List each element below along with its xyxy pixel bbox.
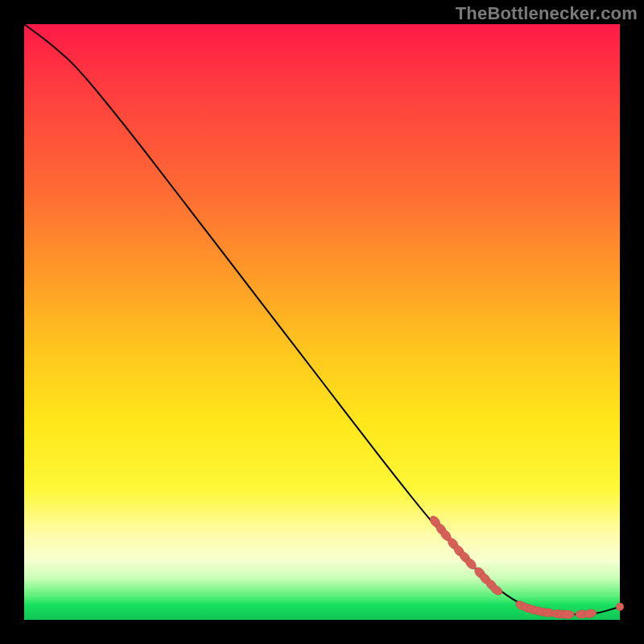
data-marker — [616, 603, 624, 611]
data-marker — [562, 610, 575, 619]
chart-svg — [24, 24, 620, 620]
chart-stage: TheBottlenecker.com — [0, 0, 644, 644]
curve-line — [24, 24, 620, 614]
watermark-text: TheBottlenecker.com — [456, 3, 638, 24]
plot-area — [24, 24, 620, 620]
markers-group — [428, 514, 624, 619]
